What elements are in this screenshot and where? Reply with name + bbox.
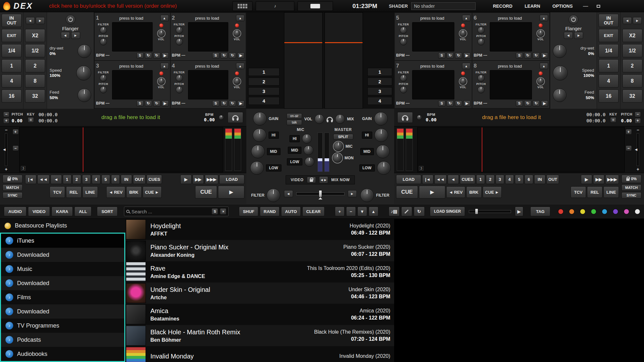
beat-jump-row[interactable]: 4 [248,97,279,105]
loop-half-left-icon[interactable]: ◄ [623,17,632,24]
step-fwd-icon[interactable]: ▶ [581,175,592,184]
headphone-cue-button-b[interactable] [397,112,413,123]
sampler-sync-button[interactable]: S [438,100,445,107]
pitch-bend-plus-button[interactable]: + [3,118,9,124]
cue-button-b[interactable]: CUE [396,186,418,199]
track-row[interactable]: Black Hole - Martin Roth Remix Ben Böhme… [125,325,394,346]
preview-volume-slider[interactable] [469,210,511,213]
loop-icon[interactable]: ↻ [221,100,228,107]
sampler-filter-knob[interactable] [176,27,183,34]
brake-button-a[interactable]: BRK [126,186,142,198]
eject-icon[interactable]: ▲ [540,15,548,21]
cue-number-button[interactable]: 3 [82,175,91,184]
sampler-load-text[interactable]: press to load [482,16,538,21]
sidebar-item[interactable]: ♪ iTunes [1,234,124,248]
cue-number-button[interactable]: 4 [505,175,514,184]
video-lock-button[interactable] [307,177,316,183]
step-back-icon[interactable]: ◄ [448,175,459,184]
reverse-button-a[interactable]: ◄REV [106,186,125,198]
zoom-in-button[interactable]: + [626,129,632,135]
load-singer-button[interactable]: LOAD SINGER [430,207,465,216]
skip-end-icon[interactable]: ▶▶▶ [205,175,218,184]
playlist-icon[interactable]: ♪▤ [389,207,400,216]
mix-now-button[interactable]: MIX NOW [331,178,350,182]
record-button[interactable]: RECORD [488,1,517,11]
mic-hi-knob[interactable] [302,134,312,144]
loop-icon[interactable]: ↻ [221,52,228,59]
sampler-pitch-knob[interactable] [176,86,183,93]
sampler-play-icon[interactable]: ▶ [237,100,244,107]
sampler-pitch-knob[interactable] [400,38,407,45]
feed-knob-b[interactable] [553,88,566,102]
speed-knob-a[interactable] [76,66,91,80]
play-button-b[interactable]: ▶ [419,186,445,199]
exit-loop-button-a[interactable]: EXIT [2,29,22,42]
preview-play-icon[interactable]: ▶ [515,207,523,216]
track-row[interactable]: Hoydelight AFFKT Hoydelight (2020) 06:49… [125,219,394,240]
pitch-slider-handle[interactable]: ◄ [634,147,638,152]
loop-icon[interactable]: ↻ [145,100,152,107]
sampler-pitch-knob[interactable] [100,86,107,93]
track-row[interactable]: Invalid Monday Invalid Monday (2020) [125,346,394,362]
zoom-in-button[interactable]: + [13,129,19,135]
sampler-filter-knob[interactable] [100,75,107,82]
repeat-icon[interactable]: ↻ [533,100,540,107]
bpm-fine-knob-b[interactable] [417,115,422,120]
sidebar-item[interactable]: ♪ Films [1,290,124,304]
brake-button-b[interactable]: BRK [466,186,482,198]
repeat-icon[interactable]: ↻ [455,52,462,59]
beat-jump-row[interactable]: 3 [248,87,279,95]
feed-knob-a[interactable] [78,88,91,102]
rewind-icon[interactable]: ◄◄ [434,175,447,184]
tcv-button-b[interactable]: TCV [571,186,586,198]
cue-mix-knob[interactable] [335,114,345,124]
sampler-vol-knob[interactable] [459,30,467,37]
track-row[interactable]: Piano Sucker - Original Mix Alexander Ko… [125,240,394,261]
sampler-load-text[interactable]: press to load [180,64,234,69]
sidebar-item[interactable]: ♪ Downloaded [1,248,124,262]
repeat-icon[interactable]: ↻ [229,52,236,59]
talk-button[interactable]: talk [287,120,302,125]
dry-wet-knob-b[interactable] [553,44,566,58]
repeat-icon[interactable]: ↻ [533,52,540,59]
browser-tab[interactable]: SORT [97,207,118,216]
options-button[interactable]: OPTIONS [548,1,577,11]
loop-2-button-a[interactable]: 2 [25,59,45,72]
loop-in-out-button-b[interactable]: INOUT [599,14,619,27]
repeat-icon[interactable]: ↻ [153,52,160,59]
loop-32-button-b[interactable]: 32 [622,89,642,103]
sampler-play-icon[interactable]: ▶ [237,52,244,59]
sampler-pitch-knob[interactable] [100,38,107,45]
sampler-filter-knob[interactable] [400,27,407,34]
sampler-sync-button[interactable]: S [516,52,523,59]
play-button-a[interactable]: ▶ [218,186,244,199]
fx-prev-icon[interactable]: ◄ [61,32,70,39]
sampler-load-text[interactable]: press to load [104,16,158,21]
loop-quarter-button-b[interactable]: 1/4 [599,44,619,57]
x2-button-a[interactable]: X2 [25,29,45,42]
slider-minus-icon[interactable]: − [637,128,639,132]
eject-icon[interactable]: ▲ [160,63,169,69]
loop-8-button-b[interactable]: 8 [622,74,642,88]
sampler-filter-knob[interactable] [400,75,407,82]
color-tag-dot[interactable] [635,209,640,214]
loop-half-button-b[interactable]: 1/2 [622,44,642,57]
dry-wet-knob-a[interactable] [78,44,91,58]
match-button-b[interactable]: MATCH [621,184,641,191]
sidebar-item[interactable]: ♪ TV Programmes [1,319,124,333]
on-air-button[interactable]: on-air [287,113,302,119]
gain-knob-a[interactable] [253,112,267,125]
exit-loop-button-b[interactable]: EXIT [599,29,619,42]
loop-8-button-a[interactable]: 8 [25,74,45,88]
loop-in-out-button-a[interactable]: INOUT [2,14,22,27]
mon-knob[interactable] [333,153,342,163]
filter-knob-a[interactable] [267,189,280,202]
sampler-pitch-knob[interactable] [478,38,485,45]
sync-button-a[interactable]: SYNC [3,192,23,199]
skip-start-icon[interactable]: |◄ [422,175,433,184]
loop-half-left-icon[interactable]: ◄ [26,17,35,24]
sampler-play-icon[interactable]: ▶ [541,100,548,107]
key-reset-button[interactable]: = [28,117,34,123]
sampler-load-text[interactable]: press to load [404,64,460,69]
sampler-vol-knob[interactable] [459,78,467,85]
